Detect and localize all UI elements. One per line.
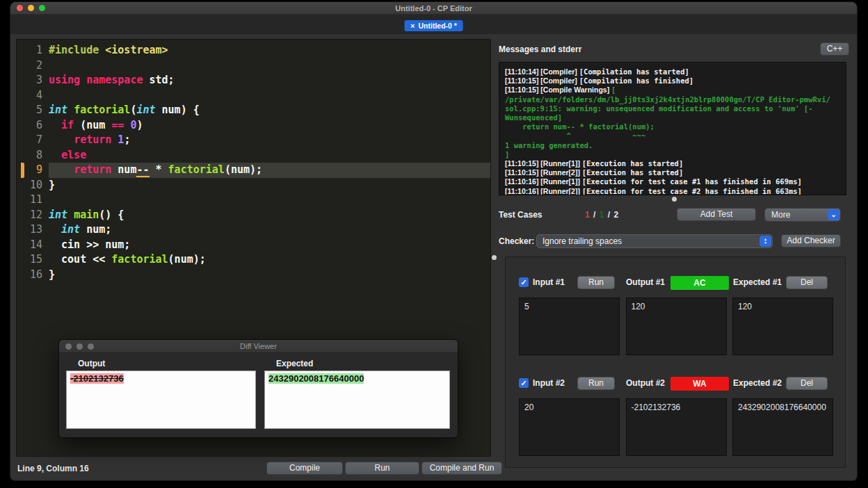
updown-arrows-icon[interactable]: ▲▼ xyxy=(760,236,771,247)
line-number[interactable]: 14 xyxy=(24,238,42,253)
diff-viewer-window[interactable]: Diff Viewer Output Expected -2102132736 … xyxy=(58,339,458,438)
diff-output-pane[interactable]: -2102132736 xyxy=(66,371,256,429)
console-line: [11:10:15] [Runner[1]] [Execution has st… xyxy=(505,159,840,168)
expected-textarea[interactable]: 2432902008176640000 xyxy=(732,398,833,456)
checkbox-checked-icon[interactable]: ✓ xyxy=(519,378,529,388)
line-number[interactable]: 8 xyxy=(24,148,42,163)
compile-and-run-button[interactable]: Compile and Run xyxy=(421,462,502,475)
code-token: int xyxy=(49,209,67,221)
verdict-count: 2 xyxy=(613,210,619,220)
code-line-11[interactable]: 11 xyxy=(17,193,490,208)
run-testcase-button[interactable]: Run xyxy=(577,276,615,289)
code-line-10[interactable]: 10} xyxy=(17,178,490,193)
input-textarea[interactable]: 20 xyxy=(519,398,620,456)
console-line-message: ] xyxy=(505,150,509,158)
test-case-header: ✓Input #1RunOutput #1ACExpected #1Del xyxy=(519,276,833,290)
line-number[interactable]: 3 xyxy=(24,73,42,88)
line-number[interactable]: 4 xyxy=(24,88,42,104)
run-button[interactable]: Run xyxy=(345,462,419,475)
messages-console[interactable]: [11:10:14] [Compiler] [Compilation has s… xyxy=(499,62,846,195)
diff-viewer-titlebar: Diff Viewer xyxy=(59,340,458,353)
line-number[interactable]: 9 xyxy=(24,163,42,178)
line-number[interactable]: 5 xyxy=(24,103,42,118)
language-button[interactable]: C++ xyxy=(820,42,849,56)
line-number[interactable]: 13 xyxy=(24,222,42,238)
delete-testcase-button[interactable]: Del xyxy=(786,276,828,289)
console-line-message: [Execution for test case #2 has finished… xyxy=(582,187,802,195)
diff-output-value: -2102132736 xyxy=(70,373,124,384)
code-line-3[interactable]: 3using namespace std; xyxy=(17,73,490,88)
code-line-16[interactable]: 16} xyxy=(17,268,490,283)
messages-title: Messages and stderr xyxy=(499,44,581,54)
code-token: ) xyxy=(136,119,143,131)
output-textarea[interactable]: -2102132736 xyxy=(626,398,727,456)
console-line-head: [11:10:14] [Compiler] xyxy=(505,67,579,76)
delete-testcase-button[interactable]: Del xyxy=(786,377,828,390)
test-case-header: ✓Input #2RunOutput #2WAExpected #2Del xyxy=(519,377,833,391)
code-token xyxy=(49,163,74,176)
code-token: } xyxy=(49,179,55,191)
chevron-down-icon[interactable]: ⌄ xyxy=(828,209,839,220)
code-token: else xyxy=(61,149,86,161)
code-token: factorial xyxy=(111,253,168,266)
window-title: Untitled-0 - CP Editor xyxy=(10,4,857,13)
line-number[interactable]: 10 xyxy=(24,178,42,193)
test-cases-title: Test Cases xyxy=(499,210,542,220)
console-line: sol.cpp:9:15: warning: unsequenced modif… xyxy=(505,104,840,113)
horizontal-splitter-handle[interactable] xyxy=(672,197,677,202)
output-label: Output #1 xyxy=(626,277,665,287)
more-dropdown-label: More xyxy=(771,210,790,220)
add-test-button[interactable]: Add Test xyxy=(677,208,756,221)
more-dropdown[interactable]: More ⌄ xyxy=(764,208,841,222)
console-line-message: /private/var/folders/dm/lb_jj0ts3xj2k4xt… xyxy=(505,95,830,104)
add-checker-button[interactable]: Add Checker xyxy=(781,234,841,247)
code-token: <iostream> xyxy=(105,44,168,56)
line-number[interactable]: 16 xyxy=(24,268,42,283)
output-textarea[interactable]: 120 xyxy=(626,298,727,355)
run-testcase-button[interactable]: Run xyxy=(577,377,615,390)
code-text: } xyxy=(49,178,490,193)
code-text: using namespace std; xyxy=(49,73,490,88)
line-number[interactable]: 2 xyxy=(24,58,42,74)
code-token: * xyxy=(150,163,168,176)
checker-select[interactable]: Ignore trailing spaces ▲▼ xyxy=(536,234,773,248)
checkbox-checked-icon[interactable]: ✓ xyxy=(519,277,529,287)
code-line-9[interactable]: 9 return num-- * factorial(num); xyxy=(17,163,490,178)
line-number[interactable]: 7 xyxy=(24,133,42,148)
test-case-1: ✓Input #1RunOutput #1ACExpected #1Del512… xyxy=(519,276,833,355)
code-token: num; xyxy=(80,223,111,236)
line-number[interactable]: 15 xyxy=(24,252,42,268)
code-line-8[interactable]: 8 else xyxy=(17,148,490,163)
code-text: } xyxy=(49,268,490,283)
line-number[interactable]: 6 xyxy=(24,118,42,133)
tab-close-icon[interactable]: × xyxy=(410,22,415,30)
console-line-message: return num-- * factorial(num); xyxy=(505,122,654,131)
code-line-15[interactable]: 15 cout << factorial(num); xyxy=(17,252,490,268)
code-line-7[interactable]: 7 return 1; xyxy=(17,133,490,148)
vertical-splitter-handle[interactable] xyxy=(492,255,497,260)
input-textarea[interactable]: 5 xyxy=(519,298,620,355)
expected-textarea[interactable]: 120 xyxy=(732,298,833,355)
code-token xyxy=(111,133,118,146)
line-number[interactable]: 1 xyxy=(24,43,42,58)
code-token: main xyxy=(74,209,99,221)
editor-status-bar: Line 9, Column 16 Compile Run Compile an… xyxy=(16,462,496,475)
code-line-12[interactable]: 12int main() { xyxy=(17,208,490,223)
line-number[interactable]: 12 xyxy=(24,208,42,223)
compile-button[interactable]: Compile xyxy=(266,462,343,475)
code-line-5[interactable]: 5int factorial(int num) { xyxy=(17,103,490,118)
verdict-count: / xyxy=(604,210,613,220)
code-text: cin >> num; xyxy=(49,238,490,253)
code-line-1[interactable]: 1#include <iostream> xyxy=(17,43,490,58)
code-token xyxy=(49,223,61,236)
diff-expected-pane[interactable]: 2432902008176640000 xyxy=(264,371,450,429)
code-line-4[interactable]: 4 xyxy=(17,88,490,104)
console-line-message: [Compilation has finished] xyxy=(579,76,693,85)
code-line-6[interactable]: 6 if (num == 0) xyxy=(17,118,490,133)
tab-untitled-0[interactable]: × Untitled-0 * xyxy=(404,20,463,31)
code-line-13[interactable]: 13 int num; xyxy=(17,222,490,238)
code-line-2[interactable]: 2 xyxy=(17,58,490,74)
line-number[interactable]: 11 xyxy=(24,193,42,208)
code-line-14[interactable]: 14 cin >> num; xyxy=(17,238,490,253)
console-line-message: [ xyxy=(611,86,616,94)
